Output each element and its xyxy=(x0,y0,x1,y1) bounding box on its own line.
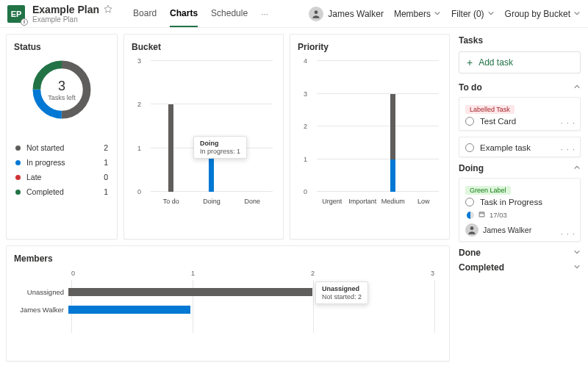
status-count-label: Tasks left xyxy=(48,94,76,101)
plus-icon: + xyxy=(467,57,473,68)
tab-schedule[interactable]: Schedule xyxy=(211,1,248,27)
status-count: 3 xyxy=(58,79,65,94)
user-name: James Walker xyxy=(328,9,384,19)
chevron-up-icon xyxy=(573,82,581,93)
bucket-card: Bucket 0 1 2 3 To do Doing Done Doi xyxy=(123,34,284,240)
charts-area: Status 3 Tasks left xyxy=(0,28,456,385)
svg-point-0 xyxy=(315,10,318,14)
chevron-down-icon xyxy=(487,9,495,19)
status-card: Status 3 Tasks left xyxy=(6,34,118,240)
task-card[interactable]: Labelled Task Test Card · · · xyxy=(459,97,581,131)
section-done[interactable]: Done xyxy=(459,248,581,258)
section-todo[interactable]: To do xyxy=(459,82,581,93)
task-title: Test Card xyxy=(480,117,516,126)
priority-card: Priority 0 1 2 3 4 Urgent Important xyxy=(290,34,450,240)
members-label: Members xyxy=(394,9,431,19)
task-title: Example task xyxy=(480,143,531,152)
legend-row-notstarted: Not started 2 xyxy=(14,140,110,155)
task-assignee: James Walker xyxy=(465,223,574,237)
header-right: James Walker Members Filter (0) Group by… xyxy=(309,7,581,21)
priority-chart: 0 1 2 3 4 Urgent Important Medium xyxy=(298,61,442,208)
add-task-button[interactable]: + Add task xyxy=(459,51,581,73)
bucket-title: Bucket xyxy=(132,42,276,52)
favorite-star-icon[interactable] xyxy=(104,4,112,15)
members-chart: 0 1 2 3 Unassigned J xyxy=(14,270,442,343)
members-card: Members 0 1 2 3 Unassigned xyxy=(6,245,450,361)
main-area: Status 3 Tasks left xyxy=(0,28,588,385)
task-more-icon[interactable]: · · · xyxy=(561,229,576,238)
priority-title: Priority xyxy=(298,42,442,52)
groupby-dropdown[interactable]: Group by Bucket xyxy=(505,9,581,19)
chevron-down-icon xyxy=(434,9,441,19)
tab-more-icon[interactable]: ··· xyxy=(261,1,268,27)
legend-dot-icon xyxy=(15,160,21,165)
complete-radio-icon[interactable] xyxy=(465,117,474,126)
assignee-avatar-icon xyxy=(465,223,478,237)
progress-icon xyxy=(467,212,474,219)
plan-title-block: Example Plan Example Plan xyxy=(32,4,112,24)
legend-row-late: Late 0 xyxy=(14,170,110,184)
complete-radio-icon[interactable] xyxy=(465,143,474,152)
chevron-down-icon xyxy=(573,248,581,258)
info-badge-icon[interactable]: i xyxy=(21,18,28,26)
task-label: Labelled Task xyxy=(465,105,514,114)
task-title: Task in Progress xyxy=(480,198,542,206)
filter-label: Filter (0) xyxy=(451,9,484,19)
members-title: Members xyxy=(14,253,442,264)
section-doing[interactable]: Doing xyxy=(459,163,581,173)
legend-dot-icon xyxy=(15,190,21,195)
chevron-down-icon xyxy=(573,262,581,273)
bucket-tooltip: Doing In progress: 1 xyxy=(193,136,247,159)
tasks-header: Tasks xyxy=(459,35,581,46)
filter-dropdown[interactable]: Filter (0) xyxy=(451,9,495,19)
chevron-up-icon xyxy=(573,163,581,173)
plan-subtitle: Example Plan xyxy=(32,15,112,24)
tasks-panel: Tasks + Add task To do Labelled Task Tes… xyxy=(456,28,588,385)
task-label: Green Label xyxy=(465,186,511,195)
legend-row-inprogress: In progress 1 xyxy=(14,155,110,170)
status-legend: Not started 2 In progress 1 Late 0 xyxy=(14,140,110,199)
user-avatar-icon xyxy=(309,7,323,21)
members-dropdown[interactable]: Members xyxy=(394,9,441,19)
status-donut-chart: 3 Tasks left xyxy=(29,57,95,123)
legend-row-completed: Completed 1 xyxy=(14,184,110,199)
header-user[interactable]: James Walker xyxy=(309,7,384,21)
view-tabs: Board Charts Schedule ··· xyxy=(133,1,268,27)
svg-point-5 xyxy=(470,226,474,230)
plan-icon: EP i xyxy=(7,5,25,23)
chevron-down-icon xyxy=(573,9,581,19)
legend-dot-icon xyxy=(15,175,21,180)
member-row-unassigned: Unassigned xyxy=(14,283,434,301)
calendar-icon xyxy=(478,211,485,219)
tab-board[interactable]: Board xyxy=(133,1,157,27)
svg-rect-4 xyxy=(479,212,484,217)
bucket-chart: 0 1 2 3 To do Doing Done xyxy=(132,61,276,208)
section-completed[interactable]: Completed xyxy=(459,262,581,273)
member-row-james: James Walker xyxy=(14,301,434,318)
members-tooltip: Unassigned Not started: 2 xyxy=(315,281,368,304)
plan-title: Example Plan xyxy=(32,4,99,15)
task-card[interactable]: Green Label Task in Progress 17/03 · · ·… xyxy=(459,178,581,242)
complete-radio-icon[interactable] xyxy=(465,198,474,206)
plan-abbr: EP xyxy=(11,10,22,18)
status-title: Status xyxy=(14,42,110,52)
groupby-label: Group by Bucket xyxy=(505,9,570,19)
task-more-icon[interactable]: · · · xyxy=(561,145,576,154)
app-header: EP i Example Plan Example Plan Board Cha… xyxy=(0,0,588,28)
task-card[interactable]: Example task · · · xyxy=(459,137,581,157)
task-date: 17/03 xyxy=(490,211,507,219)
task-more-icon[interactable]: · · · xyxy=(561,118,576,127)
legend-dot-icon xyxy=(15,145,21,151)
tab-charts[interactable]: Charts xyxy=(170,1,198,27)
